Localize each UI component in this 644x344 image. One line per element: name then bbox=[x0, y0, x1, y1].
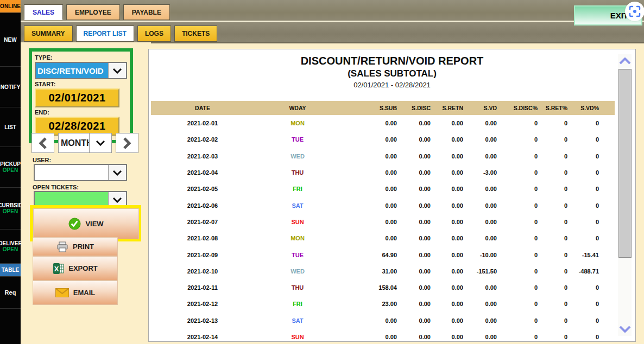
view-label: VIEW bbox=[85, 220, 103, 228]
exit-button[interactable]: EXIT bbox=[574, 5, 642, 26]
scroll-down-button[interactable] bbox=[618, 322, 632, 336]
value-cell: 0.00 bbox=[432, 268, 464, 275]
sidebar-item-new[interactable]: NEW bbox=[0, 13, 21, 67]
scroll-up-button[interactable] bbox=[618, 54, 632, 68]
printer-icon bbox=[56, 241, 68, 252]
chevron-down-icon bbox=[619, 326, 631, 333]
print-button[interactable]: PRINT bbox=[33, 237, 118, 256]
sidebar-item-label: DELIVER bbox=[0, 240, 21, 246]
column-header-s-ret-: S.RET% bbox=[539, 105, 569, 111]
sidebar-item-req[interactable]: Req bbox=[0, 277, 21, 309]
value-cell: 0.00 bbox=[432, 169, 464, 176]
table-row: 2021-02-09TUE64.900.000.00-10.0000-15.41 bbox=[151, 246, 615, 263]
value-cell: 0.00 bbox=[464, 120, 498, 126]
tab-sales[interactable]: SALES bbox=[24, 4, 63, 20]
value-cell: 0 bbox=[498, 317, 539, 324]
value-cell: 0 bbox=[498, 169, 539, 176]
period-value: MONTH bbox=[59, 133, 89, 152]
export-button[interactable]: X EXPORT bbox=[33, 256, 118, 281]
value-cell: 0.00 bbox=[464, 235, 498, 241]
sidebar-item-deliver[interactable]: DELIVEROPEN bbox=[0, 230, 21, 264]
value-cell: 0 bbox=[498, 252, 539, 258]
sidebar-item-table[interactable]: TABLE bbox=[0, 264, 21, 277]
column-header-s-disc: S.DISC bbox=[398, 105, 432, 111]
value-cell: -151.50 bbox=[464, 268, 498, 275]
user-select[interactable] bbox=[34, 164, 127, 181]
subtab-summary[interactable]: SUMMARY bbox=[24, 26, 73, 42]
type-label: TYPE: bbox=[35, 54, 127, 61]
primary-tab-bar: SALESEMPLOYEEPAYABLE bbox=[24, 4, 170, 20]
app-window: ONLINENEWNOTIFYLISTPICKUPOPENCURBSIDOPEN… bbox=[0, 0, 644, 344]
envelope-icon bbox=[55, 288, 69, 297]
email-button[interactable]: EMAIL bbox=[33, 281, 118, 305]
date-cell: 2021-02-06 bbox=[151, 202, 254, 209]
value-cell: 0 bbox=[498, 219, 539, 225]
value-cell: 0.00 bbox=[432, 334, 464, 340]
view-button[interactable]: VIEW bbox=[33, 208, 139, 239]
value-cell: 0.00 bbox=[432, 120, 464, 126]
value-cell: 0 bbox=[539, 334, 569, 340]
weekday-cell: SAT bbox=[254, 202, 341, 209]
value-cell: 0 bbox=[539, 120, 569, 126]
value-cell: 0.00 bbox=[398, 317, 432, 324]
period-select[interactable]: MONTH bbox=[58, 133, 112, 153]
value-cell: 0 bbox=[498, 186, 539, 192]
chevron-left-icon bbox=[39, 137, 47, 150]
weekday-cell: MON bbox=[254, 235, 341, 241]
subtab-logs[interactable]: LOGS bbox=[137, 26, 171, 42]
value-cell: 0.00 bbox=[341, 202, 398, 209]
tab-payable[interactable]: PAYABLE bbox=[123, 4, 170, 20]
tab-employee[interactable]: EMPLOYEE bbox=[66, 4, 120, 20]
value-cell: 0.00 bbox=[432, 301, 464, 307]
weekday-cell: TUE bbox=[254, 136, 341, 143]
date-cell: 2021-02-12 bbox=[151, 301, 254, 307]
excel-icon: X bbox=[53, 263, 64, 274]
value-cell: 0 bbox=[569, 317, 600, 324]
prev-period-button[interactable] bbox=[31, 133, 54, 153]
report-type-select[interactable]: DISC/RETN/VOID bbox=[35, 62, 127, 79]
sidebar-item-online[interactable]: ONLINE bbox=[0, 0, 21, 13]
value-cell: 0 bbox=[569, 219, 600, 225]
column-header-s-retn: S.RETN bbox=[432, 105, 464, 111]
value-cell: 0.00 bbox=[398, 153, 432, 160]
column-header-s-disc-: S.DISC% bbox=[498, 105, 539, 111]
sidebar-item-curbsid[interactable]: CURBSIDOPEN bbox=[0, 188, 21, 230]
value-cell: 0 bbox=[539, 252, 569, 258]
chevron-down-icon bbox=[89, 133, 111, 152]
value-cell: 0.00 bbox=[464, 334, 498, 340]
value-cell: 0 bbox=[569, 120, 600, 126]
value-cell: 0.00 bbox=[464, 284, 498, 291]
subtab-tickets[interactable]: TICKETS bbox=[174, 26, 217, 42]
sidebar-item-label: NEW bbox=[4, 37, 16, 43]
table-row: 2021-02-08MON0.000.000.000.00000 bbox=[151, 230, 615, 246]
weekday-cell: TUE bbox=[254, 252, 341, 258]
next-period-button[interactable] bbox=[116, 133, 138, 153]
column-header-s-sub: S.SUB bbox=[341, 105, 398, 111]
value-cell: 0 bbox=[539, 169, 569, 176]
sidebar-item-list[interactable]: LIST bbox=[0, 107, 21, 147]
date-cell: 2021-02-13 bbox=[151, 317, 254, 324]
start-date-button[interactable]: 02/01/2021 bbox=[35, 88, 119, 107]
column-header-wday: WDAY bbox=[254, 105, 341, 111]
table-row: 2021-02-11THU158.040.000.000.00000 bbox=[151, 279, 615, 296]
value-cell: 0 bbox=[498, 136, 539, 143]
column-header-s-vd: S.VD bbox=[464, 105, 498, 111]
value-cell: 0.00 bbox=[432, 202, 464, 209]
sidebar-item-pickup[interactable]: PICKUPOPEN bbox=[0, 147, 21, 188]
value-cell: 0 bbox=[569, 235, 600, 241]
value-cell: 0.00 bbox=[432, 153, 464, 160]
subtab-report-list[interactable]: REPORT LIST bbox=[76, 26, 134, 42]
value-cell: 0 bbox=[498, 153, 539, 160]
value-cell: 0 bbox=[539, 268, 569, 275]
vertical-scrollbar[interactable] bbox=[618, 54, 632, 336]
value-cell: 0.00 bbox=[432, 252, 464, 258]
sidebar-item-label: TABLE bbox=[2, 267, 20, 273]
value-cell: 0 bbox=[569, 136, 600, 143]
value-cell: 0.00 bbox=[398, 219, 432, 225]
sidebar-item-notify[interactable]: NOTIFY bbox=[0, 67, 21, 107]
secondary-tab-bar: SUMMARYREPORT LISTLOGSTICKETS bbox=[24, 26, 217, 42]
chevron-right-icon bbox=[123, 137, 131, 150]
sidebar-item-label: NOTIFY bbox=[1, 84, 21, 90]
check-circle-icon bbox=[68, 218, 81, 230]
scrollbar-thumb[interactable] bbox=[618, 69, 632, 258]
